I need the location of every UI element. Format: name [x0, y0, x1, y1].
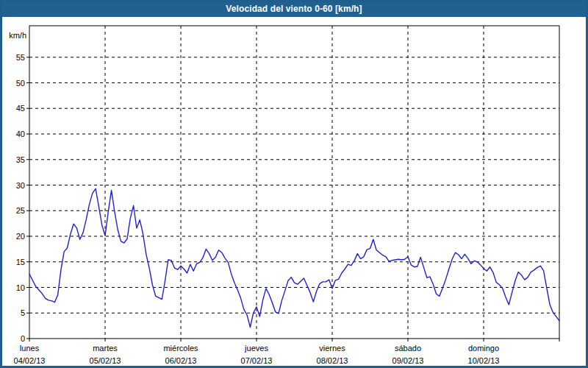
y-tick-label: 45 — [16, 104, 25, 113]
x-day-label: jueves — [244, 344, 268, 353]
y-tick-label: 10 — [16, 283, 25, 292]
y-tick-label: 20 — [16, 232, 25, 241]
y-tick-label: 40 — [16, 130, 25, 138]
x-day-label: miércoles — [163, 344, 198, 353]
x-day-label: martes — [93, 344, 118, 353]
x-date-label: 07/02/13 — [241, 356, 273, 365]
x-date-label: 09/02/13 — [392, 356, 424, 365]
y-tick-label: 35 — [16, 155, 25, 164]
x-day-label: sábado — [395, 344, 421, 353]
x-date-label: 05/02/13 — [90, 356, 121, 365]
y-tick-label: 25 — [16, 206, 25, 215]
x-date-label: 06/02/13 — [165, 356, 197, 365]
x-date-label: 10/02/13 — [468, 356, 500, 365]
x-date-label: 04/02/13 — [14, 356, 46, 365]
wind-speed-chart: 0510152025303540455055km/hlunes04/02/13m… — [2, 17, 586, 366]
y-tick-label: 55 — [16, 53, 25, 62]
chart-window: Velocidad del viento 0-60 [km/h] 0510152… — [0, 0, 588, 368]
x-day-label: domingo — [468, 344, 499, 353]
x-day-label: lunes — [20, 344, 40, 353]
y-tick-label: 5 — [21, 308, 25, 317]
x-date-label: 08/02/13 — [317, 356, 348, 365]
window-title: Velocidad del viento 0-60 [km/h] — [226, 4, 362, 14]
y-tick-label: 0 — [21, 334, 25, 343]
window-titlebar: Velocidad del viento 0-60 [km/h] — [0, 0, 588, 17]
chart-area: 0510152025303540455055km/hlunes04/02/13m… — [2, 17, 586, 366]
y-axis-unit-label: km/h — [9, 31, 26, 40]
y-tick-label: 50 — [16, 79, 25, 88]
x-day-label: viernes — [319, 344, 345, 353]
y-tick-label: 15 — [16, 258, 25, 266]
y-tick-label: 30 — [16, 181, 25, 190]
plot-border — [29, 26, 559, 339]
